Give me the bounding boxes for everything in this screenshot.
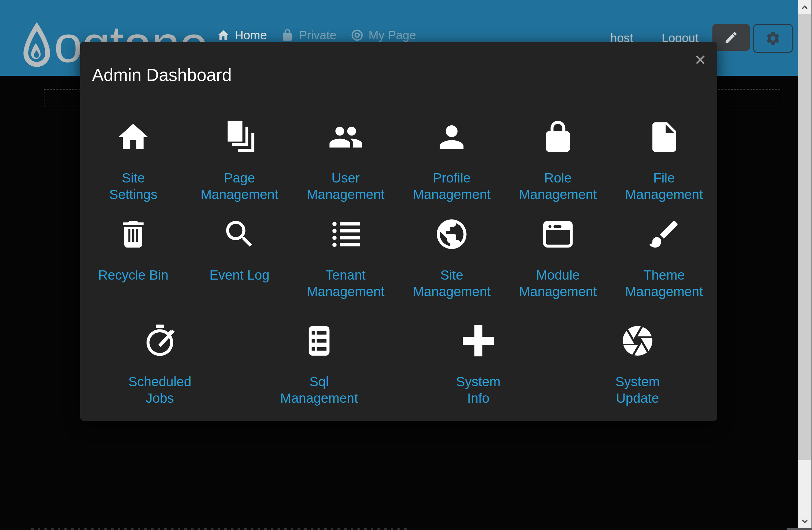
admin-tile-role-management[interactable]: RoleManagement [505,119,611,203]
admin-tile-tenant-management[interactable]: TenantManagement [292,216,399,300]
close-icon[interactable]: ✕ [694,53,706,67]
admin-tile-sql-management[interactable]: SqlManagement [240,323,399,406]
target-icon [350,29,364,42]
pencil-icon [724,30,738,45]
home-icon [115,119,151,155]
trash-icon [115,216,151,252]
list-icon [328,216,363,252]
pages-icon [222,119,257,155]
tile-label: SiteSettings [109,170,157,203]
table-icon [301,323,337,359]
admin-tile-site-management[interactable]: SiteManagement [399,216,505,300]
lock-icon [540,119,576,155]
nav-label: Home [235,29,267,42]
admin-tile-site-settings[interactable]: SiteSettings [80,119,187,203]
admin-tile-system-update[interactable]: SystemUpdate [558,323,717,406]
tile-label: PageManagement [201,170,278,203]
chevron-down-icon [800,517,810,527]
tile-label: FileManagement [625,170,703,203]
clipped-bottom-content [0,528,798,530]
tile-label: SystemUpdate [615,374,660,406]
plus-icon [461,323,496,359]
admin-tile-profile-management[interactable]: ProfileManagement [399,119,505,203]
admin-tile-theme-management[interactable]: ThemeManagement [611,216,717,300]
modal-title: Admin Dashboard [92,65,232,85]
page-settings-button[interactable] [753,24,793,53]
tile-row-3: ScheduledJobsSqlManagementSystemInfoSyst… [80,323,717,406]
tile-label: SiteManagement [413,267,491,300]
modal-header: Admin Dashboard ✕ [80,42,717,94]
clipped-text-marks [27,528,411,530]
tile-row-2: Recycle BinEvent LogTenantManagementSite… [80,216,717,300]
tile-label: SystemInfo [456,374,501,406]
admin-tile-file-management[interactable]: FileManagement [611,119,717,203]
brush-icon [647,216,682,252]
tile-label: RoleManagement [519,170,597,203]
chevron-up-icon [800,2,810,12]
scrollbar-thumb[interactable] [798,14,811,460]
shutter-icon [620,323,655,359]
nav-item-my-page[interactable]: My Page [350,29,416,42]
tile-label: SqlManagement [280,374,358,406]
admin-tile-module-management[interactable]: ModuleManagement [505,216,611,300]
scroll-up-button[interactable] [798,0,811,14]
nav-item-home[interactable]: Home [217,29,267,42]
tile-label: UserManagement [307,170,385,203]
tile-label: ThemeManagement [625,267,703,300]
admin-tile-user-management[interactable]: UserManagement [292,119,399,203]
timer-icon [142,323,178,359]
scroll-down-button[interactable] [798,515,811,529]
home-icon [217,29,230,42]
clipped-bottom-corner [787,528,812,530]
admin-dashboard-modal: Admin Dashboard ✕ SiteSettingsPageManage… [80,42,717,421]
admin-tile-scheduled-jobs[interactable]: ScheduledJobs [80,323,240,406]
tile-label: Recycle Bin [98,267,169,283]
search-icon [222,216,257,252]
admin-tile-event-log[interactable]: Event Log [187,216,293,300]
tile-label: Event Log [209,267,269,283]
admin-tile-page-management[interactable]: PageManagement [187,119,293,203]
file-icon [647,119,682,155]
gear-icon [765,30,781,46]
tile-label: TenantManagement [307,267,385,300]
edit-mode-button[interactable] [712,24,750,51]
admin-tile-recycle-bin[interactable]: Recycle Bin [80,216,187,300]
nav-label: Private [299,29,336,42]
tile-label: ProfileManagement [413,170,491,203]
admin-tile-system-info[interactable]: SystemInfo [399,323,558,406]
person-icon [434,119,469,155]
water-drop-icon [21,20,53,72]
nav-item-private[interactable]: Private [281,29,336,42]
tile-row-1: SiteSettingsPageManagementUserManagement… [80,119,717,203]
nav-label: My Page [368,29,416,42]
window-icon [540,216,576,252]
tile-label: ScheduledJobs [129,374,192,406]
globe-icon [434,216,469,252]
people-icon [328,119,363,155]
lock-icon [281,29,294,42]
vertical-scrollbar[interactable] [798,0,812,530]
tile-label: ModuleManagement [519,267,597,300]
